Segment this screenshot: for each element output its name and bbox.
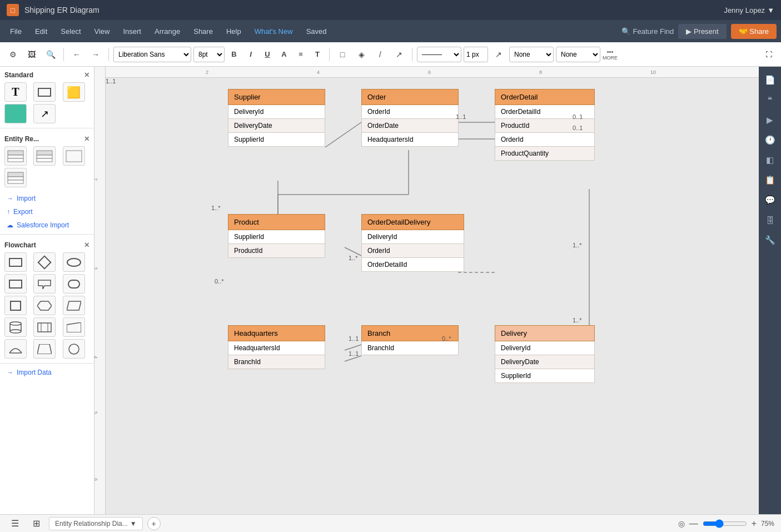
er-table-4[interactable] [4, 168, 27, 187]
supplier-deliveryid[interactable]: DeliveryId [228, 105, 325, 119]
zoom-target-icon[interactable]: ◎ [678, 519, 685, 528]
orderdetaildelivery-table[interactable]: OrderDetailDelivery DeliveryId OrderId O… [361, 214, 464, 272]
fc-trap[interactable] [33, 339, 56, 359]
canvas-area[interactable]: 2 4 6 8 10 2 3 4 5 6 [94, 67, 759, 514]
menu-whats-new[interactable]: What's New [249, 25, 299, 38]
headquarters-table[interactable]: Headquarters HeadquartersId BranchId [228, 325, 325, 369]
colored-rect-shape[interactable] [4, 104, 27, 123]
orderdetail-orderid[interactable]: OrderId [495, 133, 595, 147]
extras-button[interactable]: 📋 [761, 171, 779, 189]
fc-round[interactable] [63, 274, 85, 294]
export-action[interactable]: ↑Export [4, 205, 89, 218]
user-menu[interactable]: Jenny Lopez ▼ [724, 6, 774, 14]
italic-button[interactable]: I [243, 47, 258, 62]
more-button[interactable]: ••• MORE [603, 48, 618, 61]
er-table-1[interactable] [4, 146, 27, 166]
timer-button[interactable]: 🕐 [761, 131, 779, 149]
import-data-action[interactable]: →Import Data [4, 366, 89, 379]
fc-rect[interactable] [4, 252, 27, 272]
delivery-deliverydate[interactable]: DeliveryDate [495, 355, 595, 369]
font-family-select[interactable]: Liberation Sans [113, 47, 191, 62]
redo-button[interactable]: → [87, 46, 104, 63]
line-width-input[interactable] [464, 47, 488, 62]
search-button[interactable]: 🔍 [42, 46, 59, 63]
feature-find-button[interactable]: 🔍 Feature Find [621, 27, 674, 36]
text-format-button[interactable]: T [310, 47, 325, 62]
fill-button[interactable]: ◈ [353, 46, 370, 63]
font-color-button[interactable]: A [277, 47, 291, 62]
diagram-tab[interactable]: Entity Relationship Dia... ▼ [49, 517, 143, 530]
share-button[interactable]: 🤝 Share [731, 24, 777, 39]
zoom-in-button[interactable]: + [752, 519, 757, 529]
menu-view[interactable]: View [89, 25, 116, 38]
menu-arrange[interactable]: Arrange [149, 25, 186, 38]
grid-view-button[interactable]: ⊞ [28, 515, 44, 532]
fc-banner[interactable] [33, 274, 56, 294]
menu-edit[interactable]: Edit [29, 25, 53, 38]
connector-button[interactable]: ↗ [391, 46, 407, 63]
line-style-select[interactable]: ——— - - - [417, 47, 461, 62]
fc-hex[interactable] [33, 296, 56, 315]
menu-file[interactable]: File [4, 25, 27, 38]
product-supplierid[interactable]: SupplierId [228, 230, 325, 244]
order-orderid[interactable]: OrderId [361, 105, 459, 119]
list-view-button[interactable]: ☰ [7, 515, 23, 532]
rect-shape[interactable] [33, 82, 56, 102]
zoom-out-button[interactable]: — [689, 519, 698, 529]
order-headquartersid[interactable]: HeadquartersId [361, 133, 459, 147]
order-orderdate[interactable]: OrderDate [361, 119, 459, 133]
odd-orderdetailid[interactable]: OrderDetailId [361, 258, 464, 272]
product-table[interactable]: Product SupplierId ProductId [228, 214, 325, 258]
fc-circle[interactable] [63, 339, 85, 359]
stroke-button[interactable]: / [372, 46, 389, 63]
format-panel-button[interactable]: 📄 [761, 71, 779, 89]
orderdetail-qty[interactable]: ProductQuantity [495, 147, 595, 161]
bold-button[interactable]: B [227, 47, 241, 62]
action-panel-button[interactable]: ▶ [761, 111, 779, 129]
text-panel-button[interactable]: ❝ [761, 91, 779, 109]
supplier-deliverydate[interactable]: DeliveryDate [228, 119, 325, 133]
settings-button[interactable]: ⚙ [4, 46, 21, 63]
underline-button[interactable]: U [260, 47, 275, 62]
hq-branchid[interactable]: BranchId [228, 355, 325, 369]
fc-step[interactable] [33, 317, 56, 337]
layers-button[interactable]: ◧ [761, 151, 779, 169]
fc-diamond[interactable] [33, 252, 56, 272]
supplier-supplierid[interactable]: SupplierId [228, 133, 325, 147]
salesforce-import-action[interactable]: ☁Salesforce Import [4, 218, 89, 232]
shape-button[interactable]: □ [334, 46, 351, 63]
standard-close[interactable]: ✕ [84, 71, 89, 79]
comments-button[interactable]: 💬 [761, 191, 779, 209]
fc-oval[interactable] [63, 252, 85, 272]
fc-manual[interactable] [63, 317, 85, 337]
entity-rel-close[interactable]: ✕ [84, 135, 89, 143]
undo-button[interactable]: ← [68, 46, 85, 63]
align-button[interactable]: ≡ [294, 47, 308, 62]
delivery-supplierid[interactable]: SupplierId [495, 369, 595, 383]
line-corner-button[interactable]: ↗ [490, 46, 507, 63]
delivery-table[interactable]: Delivery DeliveryId DeliveryDate Supplie… [495, 325, 595, 383]
arrow-shape[interactable]: ↗ [33, 104, 56, 123]
product-productid[interactable]: ProductId [228, 244, 325, 258]
tools-button[interactable]: 🔧 [761, 231, 779, 249]
font-size-select[interactable]: 8pt 10pt 12pt [193, 47, 225, 62]
fc-cyl[interactable] [4, 317, 27, 337]
flowchart-close[interactable]: ✕ [84, 241, 89, 249]
image-button[interactable]: 🖼 [23, 46, 40, 63]
branch-branchid[interactable]: BranchId [361, 341, 459, 355]
fc-rect3[interactable] [4, 296, 27, 315]
menu-share[interactable]: Share [188, 25, 218, 38]
menu-insert[interactable]: Insert [117, 25, 147, 38]
present-button[interactable]: ▶ Present [678, 24, 726, 39]
import-action[interactable]: →Import [4, 192, 89, 205]
fullscreen-button[interactable]: ⛶ [761, 47, 777, 62]
odd-orderid[interactable]: OrderId [361, 244, 464, 258]
zoom-slider[interactable] [703, 519, 747, 528]
delivery-deliveryid[interactable]: DeliveryId [495, 341, 595, 355]
start-arrow-select[interactable]: None Arrow [509, 47, 554, 62]
fc-para[interactable] [63, 296, 85, 315]
er-table-2[interactable] [33, 146, 56, 166]
er-table-3[interactable] [63, 146, 85, 166]
odd-deliveryid[interactable]: DeliveryId [361, 230, 464, 244]
fc-rect2[interactable] [4, 274, 27, 294]
